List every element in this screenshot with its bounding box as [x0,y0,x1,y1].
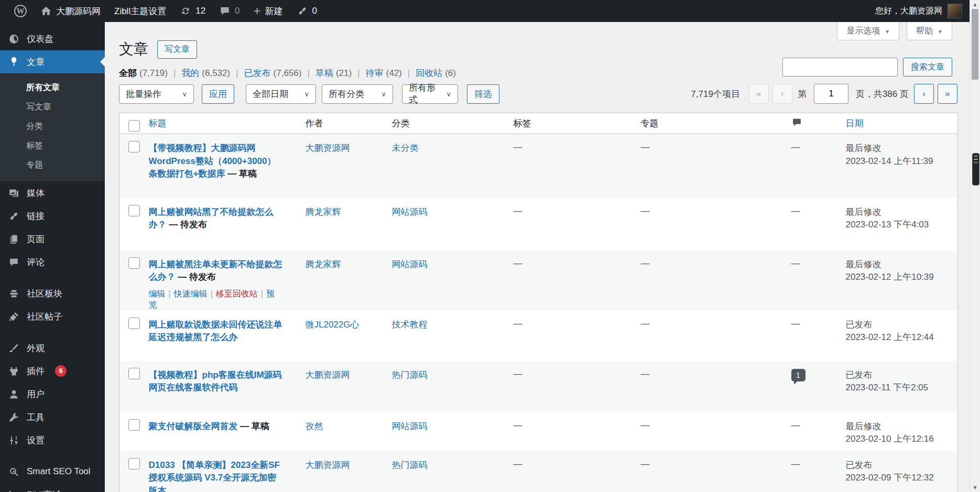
user-avatar[interactable] [948,4,962,18]
next-page-button[interactable]: › [914,84,934,104]
zibll-theme-menu[interactable]: Zibll主题设置 [107,0,173,22]
row-checkbox[interactable] [128,141,140,152]
sidebar-item-posts[interactable]: 文章 [0,50,105,73]
row-checkbox[interactable] [128,257,140,269]
help-tab[interactable]: 帮助 [907,22,952,40]
view-filter[interactable]: 草稿(21) [315,67,366,79]
search-posts-input[interactable] [782,58,898,76]
first-page-button[interactable]: « [749,84,769,104]
row-checkbox[interactable] [128,419,140,431]
view-filter[interactable]: 我的(6,532) [181,67,244,79]
row-checkbox[interactable] [128,318,140,329]
sidebar-item-zibll-shop[interactable]: Zibll商城 [0,483,105,492]
sidebar-item-links[interactable]: 链接 [0,204,105,227]
minimap-widget[interactable] [972,153,979,185]
sidebar-item-comments[interactable]: 评论 [0,250,105,274]
comments-menu[interactable]: 0 [212,0,246,22]
row-action[interactable]: 快速编辑 [174,289,208,298]
sidebar-item-smart-seo-tool[interactable]: Smart SEO Tool [0,460,105,483]
link-count: 0 [312,6,317,16]
scroll-down-button[interactable]: ▼ [970,485,980,490]
sidebar-item-community-posts[interactable]: 社区帖子 [0,305,105,328]
category-link[interactable]: 网站源码 [392,207,428,217]
sidebar-item-media[interactable]: 媒体 [0,181,105,204]
sidebar-item-label: 设置 [27,434,45,446]
home-icon [40,5,52,17]
post-title-link[interactable]: 【视频教程】php客服在线IM源码网页在线客服软件代码 [149,370,282,393]
category-link[interactable]: 网站源码 [392,259,428,269]
category-link[interactable]: 未分类 [392,143,419,153]
sidebar-item-tools[interactable]: 工具 [0,406,105,429]
updates-menu[interactable]: 12 [173,0,212,22]
author-link[interactable]: 大鹏资源网 [306,143,350,153]
category-link[interactable]: 网站源码 [392,421,428,431]
author-link[interactable]: 大鹏资源网 [306,370,350,380]
filter-button[interactable]: 筛选 [467,84,499,104]
scrollbar-track[interactable]: ▲ ▼ [970,0,980,492]
date-cell: 最后修改2023-02-10 上午12:16 [846,412,958,451]
comment-count: 0 [235,6,239,16]
sidebar-item-appearance[interactable]: 外观 [0,336,105,359]
sidebar-menu: 仪表盘文章所有文章写文章分类标签专题媒体链接页面评论社区板块社区帖子外观插件6用… [0,22,105,492]
sidebar-item-users[interactable]: 用户 [0,382,105,406]
author-link[interactable]: 腾龙家辉 [306,259,341,269]
author-link[interactable]: 微JL2022G心 [306,320,360,330]
last-page-button[interactable]: » [938,84,957,104]
row-checkbox[interactable] [128,368,140,379]
bulk-action-select[interactable]: 批量操作 [119,84,194,104]
sidebar-item-settings[interactable]: 设置 [0,429,105,452]
current-page-input[interactable] [814,84,848,104]
view-filter[interactable]: 全部(7,719) [119,67,181,79]
author-link[interactable]: 孜然 [306,421,323,431]
column-header-title[interactable]: 标题 [149,113,306,134]
view-filter[interactable]: 已发布(7,656) [244,67,315,79]
prev-page-button[interactable]: ‹ [772,84,792,104]
post-title-link[interactable]: 【带视频教程】大鹏源码网WordPress整站（4000+3000）条数据打包+… [149,143,276,179]
posts-table: 标题 作者 分类 标签 专题 日期 【带视频教程】大鹏源码网WordPress整… [119,113,958,492]
category-link[interactable]: 热门源码 [392,370,428,380]
sidebar-item-plugins[interactable]: 插件6 [0,359,105,382]
add-new-post-button[interactable]: 写文章 [157,40,197,59]
view-filter[interactable]: 回收站(6) [416,67,456,79]
row-action[interactable]: 编辑 [149,289,166,298]
category-link[interactable]: 热门源码 [392,460,428,470]
sidebar-item-dashboard[interactable]: 仪表盘 [0,27,105,50]
post-title-link[interactable]: D1033 【简单亲测】2023全新SF授权系统源码 V3.7全开源无加密版本 [149,460,280,492]
site-name-menu[interactable]: 大鹏源码网 [34,0,107,22]
row-checkbox[interactable] [128,458,140,469]
new-content-menu[interactable]: + 新建 [247,0,290,22]
view-filter[interactable]: 待审(42) [366,67,416,79]
author-link[interactable]: 腾龙家辉 [306,207,341,217]
links-count-menu[interactable]: 0 [290,0,324,22]
seo-icon [7,465,20,478]
category-filter-select[interactable]: 所有分类 [322,84,393,104]
author-link[interactable]: 大鹏资源网 [306,460,350,470]
sidebar-subitem[interactable]: 所有文章 [0,78,105,97]
sidebar-item-community-boards[interactable]: 社区板块 [0,282,105,305]
post-title-link[interactable]: 聚支付破解版全网首发 [149,421,238,431]
post-date-text: 2023-02-09 下午12:32 [846,472,958,485]
search-posts-button[interactable]: 搜索文章 [903,58,952,76]
column-header-date[interactable]: 日期 [846,113,958,134]
chevron-down-icon [885,26,890,36]
row-checkbox[interactable] [128,205,140,216]
format-filter-select[interactable]: 所有形式 [402,84,458,104]
date-filter-select[interactable]: 全部日期 [246,84,316,104]
sidebar-item-pages[interactable]: 页面 [0,227,105,250]
user-greeting[interactable]: 您好，大鹏资源网 [875,6,942,17]
apply-button[interactable]: 应用 [202,84,234,104]
scroll-up-button[interactable]: ▲ [970,2,980,7]
sidebar-subitem[interactable]: 标签 [0,136,105,156]
comment-count-bubble[interactable]: 1 [791,369,805,381]
sidebar-subitem[interactable]: 专题 [0,156,105,175]
wp-logo-menu[interactable]: W [7,0,34,22]
category-link[interactable]: 技术教程 [392,320,428,330]
screen-options-tab[interactable]: 显示选项 [837,22,899,40]
select-all-checkbox[interactable] [128,120,140,132]
row-action[interactable]: 移至回收站 [216,289,258,298]
post-title-link[interactable]: 网上赌取款说数据未回传还说注单延迟违规被黑了怎么办 [149,320,282,343]
sidebar-subitem[interactable]: 写文章 [0,97,105,117]
scrollbar-thumb[interactable] [972,9,978,80]
post-status-text: 已发布 [846,319,958,332]
sidebar-subitem[interactable]: 分类 [0,117,105,136]
